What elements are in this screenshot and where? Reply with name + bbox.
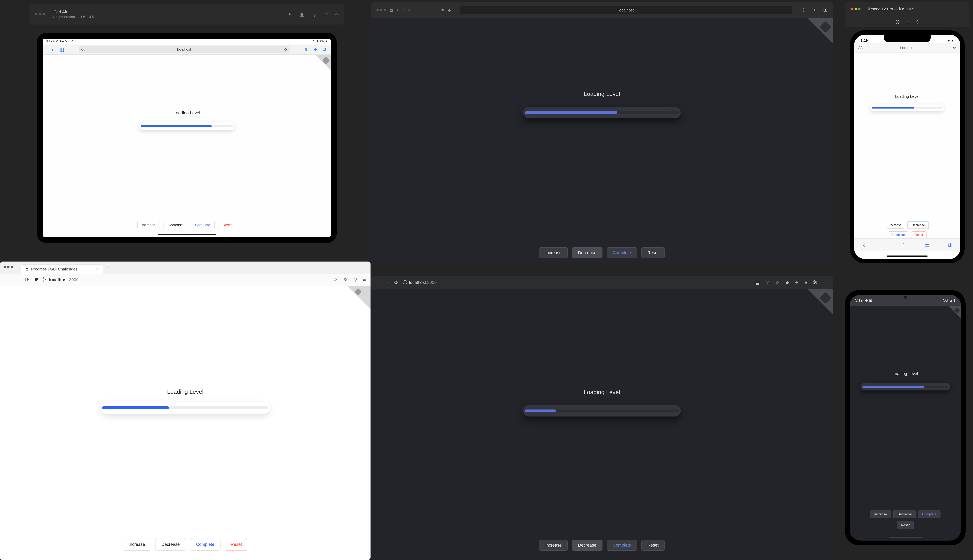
forward-icon[interactable]: › xyxy=(408,7,410,13)
menu-icon[interactable]: ≡ xyxy=(363,277,366,283)
shield-icon[interactable]: ⛊ xyxy=(34,277,38,282)
reset-button[interactable]: Reset xyxy=(897,521,914,529)
reset-button[interactable]: Reset xyxy=(218,221,236,229)
tabs-icon[interactable]: ⧉ xyxy=(323,47,326,52)
back-icon[interactable]: ‹ xyxy=(47,47,49,53)
complete-button[interactable]: Complete xyxy=(190,538,220,551)
forward-icon[interactable]: › xyxy=(52,47,53,53)
reset-button[interactable]: Reset xyxy=(641,247,665,258)
increase-button[interactable]: Increase xyxy=(539,540,568,551)
text-size-icon[interactable]: AA xyxy=(858,46,863,50)
rotate-icon[interactable]: ⎋ xyxy=(336,11,339,17)
reload-icon[interactable]: ⟳ xyxy=(25,277,29,283)
reset-button[interactable]: Reset xyxy=(911,232,927,238)
increase-button[interactable]: Increase xyxy=(886,222,905,229)
decrease-button[interactable]: Decrease xyxy=(572,247,602,258)
visbug-fold-icon[interactable] xyxy=(807,18,833,43)
reload-icon[interactable]: ⟳ xyxy=(823,8,827,12)
window-controls[interactable] xyxy=(3,266,13,268)
increase-button[interactable]: Increase xyxy=(137,221,160,229)
record-icon[interactable]: ◎ xyxy=(312,11,317,17)
iphone-sim-titlebar[interactable]: iPhone 12 Pro — iOS 14.5 xyxy=(845,2,970,16)
safari-titlebar[interactable]: ▥ ▾ ‹ › ⛨ ◐ localhost ⟳ ⇪ + ⊞ xyxy=(371,2,833,18)
decrease-button[interactable]: Decrease xyxy=(893,510,916,518)
key-icon[interactable]: ⚲ xyxy=(353,277,357,283)
star-icon[interactable]: ☆ xyxy=(333,277,338,283)
share-icon[interactable]: ⇪ xyxy=(801,7,805,13)
back-icon[interactable]: ‹ xyxy=(403,7,404,13)
back-icon[interactable]: ‹ xyxy=(863,242,865,248)
reset-button[interactable]: Reset xyxy=(641,540,665,551)
complete-button[interactable]: Complete xyxy=(191,221,215,229)
visbug-fold-icon[interactable] xyxy=(347,286,371,309)
browser-tab[interactable]: ⧗ Progress | GUI Challenges ✕ xyxy=(21,265,103,273)
decrease-button[interactable]: Decrease xyxy=(163,221,187,229)
home-indicator[interactable] xyxy=(887,255,928,257)
minimize-dot-icon[interactable] xyxy=(854,8,857,10)
decrease-button[interactable]: Decrease xyxy=(908,222,928,229)
new-tab-icon[interactable]: + xyxy=(314,47,317,52)
home-icon[interactable]: ⌂ xyxy=(324,11,328,17)
new-tab-icon[interactable]: + xyxy=(813,7,816,13)
visbug-fold-icon[interactable] xyxy=(948,306,961,318)
decrease-button[interactable]: Decrease xyxy=(572,540,602,551)
shield-icon[interactable]: ⛨ xyxy=(441,8,444,12)
complete-button[interactable]: Complete xyxy=(918,510,941,518)
reset-button[interactable]: Reset xyxy=(225,538,248,551)
tabs-icon[interactable]: ⧉ xyxy=(948,242,951,248)
forward-icon[interactable]: → xyxy=(15,277,20,283)
brush-icon[interactable]: ✎ xyxy=(343,277,348,283)
screenshot-icon[interactable]: ✦ xyxy=(288,11,292,17)
window-controls[interactable] xyxy=(376,9,386,11)
url-field[interactable]: localhost ⟳ xyxy=(460,6,792,14)
close-dot-icon[interactable] xyxy=(35,13,37,15)
minimize-dot-icon[interactable] xyxy=(380,9,383,11)
install-icon[interactable]: ⬓ xyxy=(755,280,760,285)
complete-button[interactable]: Complete xyxy=(607,540,637,551)
url-label[interactable]: localhost xyxy=(900,46,914,50)
complete-button[interactable]: Complete xyxy=(888,232,908,238)
new-tab-icon[interactable]: + xyxy=(107,264,110,270)
back-icon[interactable]: ← xyxy=(5,277,10,283)
home-icon[interactable]: ⌂ xyxy=(906,19,909,25)
screenshot-icon[interactable]: ◎ xyxy=(895,19,900,25)
minimize-dot-icon[interactable] xyxy=(7,266,10,268)
contrast-icon[interactable]: ◐ xyxy=(448,8,451,12)
visbug-fold-icon[interactable] xyxy=(807,289,833,314)
reload-icon[interactable]: ⟳ xyxy=(394,280,398,285)
complete-button[interactable]: Complete xyxy=(607,247,637,258)
close-dot-icon[interactable] xyxy=(851,8,853,10)
sidebar-icon[interactable]: ▥ xyxy=(390,8,393,12)
chevron-down-icon[interactable]: ▾ xyxy=(397,8,398,12)
home-indicator[interactable] xyxy=(158,234,216,235)
menu-icon[interactable]: ⋮ xyxy=(824,280,828,285)
extension-icon[interactable]: ◆ xyxy=(786,280,789,285)
minimize-dot-icon[interactable] xyxy=(39,13,41,15)
decrease-button[interactable]: Decrease xyxy=(155,538,186,551)
capture-icon[interactable]: ▣ xyxy=(300,11,304,17)
forward-icon[interactable]: › xyxy=(883,242,884,248)
increase-button[interactable]: Increase xyxy=(123,538,151,551)
sidebar-icon[interactable]: ▥ xyxy=(59,47,64,52)
close-tab-icon[interactable]: ✕ xyxy=(95,267,98,271)
close-dot-icon[interactable] xyxy=(3,266,6,268)
reload-icon[interactable]: ⟳ xyxy=(953,46,956,50)
home-indicator[interactable] xyxy=(889,537,922,538)
zoom-dot-icon[interactable] xyxy=(384,9,386,11)
zoom-dot-icon[interactable] xyxy=(42,13,45,15)
star-icon[interactable]: ☆ xyxy=(775,280,779,285)
share-icon[interactable]: ⇪ xyxy=(766,280,769,285)
url-field[interactable]: AA localhost ⟳ xyxy=(79,46,289,53)
info-icon[interactable]: ⓘ xyxy=(403,280,407,285)
zoom-dot-icon[interactable] xyxy=(858,8,861,10)
url-field[interactable]: ⓘ localhost:3000 xyxy=(403,280,437,285)
text-size-icon[interactable]: AA xyxy=(81,48,85,51)
ipad-sim-titlebar[interactable]: iPad Air 4th generation — iOS 14.5 ✦ ▣ ◎… xyxy=(29,4,344,25)
reading-icon[interactable]: ≡ xyxy=(804,280,807,285)
share-icon[interactable]: ⇪ xyxy=(902,242,907,248)
puzzle-icon[interactable]: ✦ xyxy=(795,280,799,285)
window-controls[interactable] xyxy=(851,8,861,10)
reload-icon[interactable]: ⟳ xyxy=(284,47,287,52)
increase-button[interactable]: Increase xyxy=(539,247,568,258)
mic-icon[interactable]: 🎤︎ xyxy=(813,280,818,285)
